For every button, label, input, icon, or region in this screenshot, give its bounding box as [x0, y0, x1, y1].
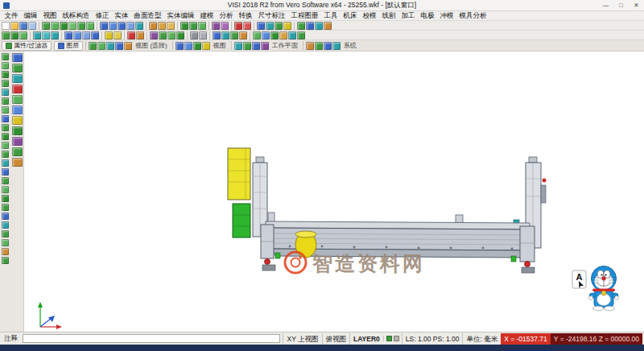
menu-item[interactable]: 分析	[217, 11, 236, 20]
toolbar-icon[interactable]	[118, 22, 126, 30]
toolbar-icon[interactable]	[386, 336, 392, 341]
menu-item[interactable]: 实体编辑	[164, 11, 197, 20]
menu-item[interactable]: 编辑	[21, 11, 40, 20]
toolbar-icon[interactable]	[12, 53, 23, 62]
toolbar-icon[interactable]	[213, 31, 221, 39]
toolbar-icon[interactable]	[2, 248, 9, 255]
menu-item[interactable]: 视图	[40, 11, 60, 20]
status-units[interactable]: 单位: 毫米	[462, 333, 501, 345]
menu-item[interactable]: 文件	[2, 11, 21, 20]
toolbar-icon[interactable]	[60, 22, 68, 30]
toolbar-icon[interactable]	[2, 133, 9, 140]
maximize-button[interactable]: □	[613, 0, 629, 10]
toolbar-icon[interactable]	[124, 42, 132, 50]
toolbar-icon[interactable]	[221, 22, 229, 30]
menu-item[interactable]: 加工	[398, 11, 418, 20]
toolbar-icon[interactable]	[2, 71, 9, 78]
toolbar-icon[interactable]	[2, 31, 10, 39]
toolbar-icon[interactable]	[149, 22, 157, 30]
toolbar-icon[interactable]	[158, 22, 166, 30]
toolbar-icon[interactable]	[51, 31, 59, 39]
toolbar-icon[interactable]	[12, 85, 23, 93]
status-view-name[interactable]: 俯视图	[322, 333, 350, 345]
toolbar-icon[interactable]	[42, 31, 50, 39]
toolbar-icon[interactable]	[150, 31, 158, 39]
toolbar-icon[interactable]	[2, 115, 9, 122]
toolbar-icon[interactable]	[180, 22, 188, 30]
toolbar-icon[interactable]	[167, 22, 175, 30]
toolbar-icon[interactable]	[2, 177, 9, 184]
toolbar-icon[interactable]	[253, 31, 261, 39]
toolbar-icon[interactable]	[243, 42, 251, 50]
menu-item[interactable]: 工具	[321, 11, 341, 20]
toolbar-icon[interactable]	[2, 213, 9, 220]
toolbar-icon[interactable]	[315, 42, 323, 50]
minimize-button[interactable]: —	[598, 0, 613, 10]
menu-item[interactable]: 建模	[197, 11, 217, 20]
toolbar-icon[interactable]	[306, 22, 314, 30]
menu-item[interactable]: 线框构造	[60, 11, 93, 20]
toolbar-icon[interactable]	[97, 42, 105, 50]
toolbar-icon[interactable]	[198, 22, 206, 30]
toolbar-icon[interactable]	[2, 168, 9, 176]
toolbar-icon[interactable]	[19, 31, 27, 39]
toolbar-icon[interactable]	[2, 22, 10, 30]
toolbar-icon[interactable]	[315, 22, 323, 30]
toolbar-icon[interactable]	[190, 31, 198, 39]
toolbar-icon[interactable]	[2, 124, 9, 131]
panel-tab[interactable]: 图层	[54, 41, 83, 51]
menu-item[interactable]: 机床	[341, 11, 360, 20]
panel-tab[interactable]: 属性/过滤器	[2, 41, 52, 51]
toolbar-icon[interactable]	[324, 42, 332, 50]
toolbar-icon[interactable]	[324, 22, 332, 30]
toolbar-icon[interactable]	[394, 336, 399, 341]
toolbar-icon[interactable]	[297, 22, 305, 30]
toolbar-icon[interactable]	[127, 31, 135, 39]
toolbar-icon[interactable]	[262, 31, 270, 39]
toolbar-icon[interactable]	[33, 31, 41, 39]
toolbar-icon[interactable]	[64, 31, 72, 39]
toolbar-icon[interactable]	[86, 22, 94, 30]
yellow-block[interactable]	[228, 148, 250, 200]
menu-item[interactable]: 线割	[379, 11, 398, 20]
toolbar-icon[interactable]	[2, 221, 9, 229]
menu-item[interactable]: 尺寸标注	[255, 11, 288, 20]
menu-item[interactable]: 电极	[418, 11, 437, 20]
toolbar-icon[interactable]	[176, 31, 184, 39]
toolbar-icon[interactable]	[10, 22, 19, 30]
toolbar-icon[interactable]	[266, 22, 274, 30]
toolbar-icon[interactable]	[283, 22, 291, 30]
menu-item[interactable]: 修正	[93, 11, 112, 20]
toolbar-icon[interactable]	[2, 142, 9, 149]
menu-item[interactable]: 校模	[360, 11, 379, 20]
toolbar-icon[interactable]	[175, 42, 184, 50]
toolbar-icon[interactable]	[135, 22, 143, 30]
toolbar-icon[interactable]	[2, 230, 9, 237]
toolbar-icon[interactable]	[288, 31, 296, 39]
toolbar-icon[interactable]	[114, 31, 122, 39]
toolbar-icon[interactable]	[12, 116, 23, 125]
menu-item[interactable]: 模具分析	[456, 11, 489, 20]
toolbar-icon[interactable]	[167, 31, 175, 39]
toolbar-icon[interactable]	[12, 158, 23, 167]
toolbar-icon[interactable]	[115, 42, 123, 50]
close-button[interactable]: ✕	[629, 0, 644, 10]
toolbar-icon[interactable]	[234, 22, 242, 30]
toolbar-icon[interactable]	[2, 89, 9, 96]
toolbar-icon[interactable]	[73, 31, 81, 39]
toolbar-icon[interactable]	[2, 106, 9, 114]
annotation-marker[interactable]: A	[572, 270, 586, 288]
toolbar-icon[interactable]	[212, 22, 220, 30]
toolbar-icon[interactable]	[275, 22, 283, 30]
menu-item[interactable]: 转换	[236, 11, 255, 20]
toolbar-icon[interactable]	[2, 239, 9, 246]
toolbar-icon[interactable]	[12, 74, 23, 83]
menu-item[interactable]: 曲面造型	[131, 11, 164, 20]
toolbar-icon[interactable]	[2, 257, 9, 264]
toolbar-icon[interactable]	[42, 22, 50, 30]
green-block[interactable]	[233, 204, 250, 237]
viewport-canvas[interactable]: 智造资料网 A	[24, 52, 644, 332]
toolbar-icon[interactable]	[12, 137, 23, 146]
toolbar-icon[interactable]	[184, 42, 192, 50]
toolbar-icon[interactable]	[2, 53, 9, 60]
